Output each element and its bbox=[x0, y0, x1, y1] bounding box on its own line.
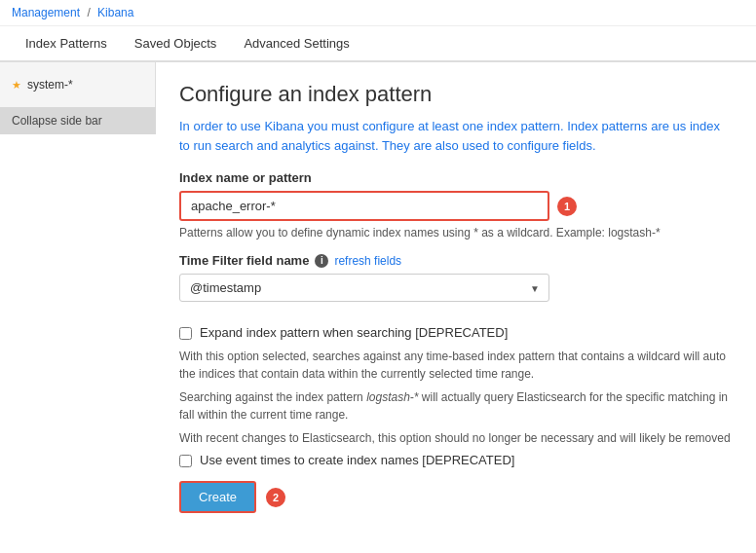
index-name-section: Index name or pattern 1 Patterns allow y… bbox=[179, 170, 733, 240]
nav-bar: Index Patterns Saved Objects Advanced Se… bbox=[0, 26, 756, 61]
time-filter-section: Time Filter field name i refresh fields … bbox=[179, 253, 733, 313]
create-button[interactable]: Create bbox=[179, 481, 256, 513]
refresh-fields-link[interactable]: refresh fields bbox=[334, 254, 401, 268]
nav-saved-objects[interactable]: Saved Objects bbox=[121, 26, 231, 60]
time-select-wrapper: @timestamp No date field ▼ bbox=[179, 274, 549, 302]
sidebar-item-system[interactable]: ★ system-* bbox=[0, 72, 155, 97]
event-times-row: Use event times to create index names [D… bbox=[179, 453, 733, 467]
description-3: With recent changes to Elasticsearch, th… bbox=[179, 429, 733, 447]
page-title: Configure an index pattern bbox=[179, 82, 733, 107]
breadcrumb: Management / Kibana bbox=[0, 0, 756, 26]
description-1: With this option selected, searches agai… bbox=[179, 348, 733, 383]
index-name-input[interactable] bbox=[179, 191, 549, 221]
breadcrumb-separator: / bbox=[87, 6, 90, 19]
nav-advanced-settings[interactable]: Advanced Settings bbox=[230, 26, 362, 60]
time-filter-select[interactable]: @timestamp No date field bbox=[179, 274, 549, 302]
sidebar-item-label: system-* bbox=[27, 78, 73, 92]
star-icon: ★ bbox=[12, 79, 21, 92]
step2-badge: 2 bbox=[266, 488, 285, 507]
create-row: Create 2 bbox=[179, 481, 733, 513]
collapse-sidebar-button[interactable]: Collapse side bar bbox=[0, 107, 156, 134]
event-times-checkbox[interactable] bbox=[179, 455, 192, 467]
index-hint-text: Patterns allow you to define dynamic ind… bbox=[179, 226, 733, 240]
info-icon[interactable]: i bbox=[315, 254, 328, 268]
intro-text: In order to use Kibana you must configur… bbox=[179, 117, 733, 155]
step1-badge: 1 bbox=[557, 197, 577, 216]
expand-pattern-checkbox[interactable] bbox=[179, 327, 192, 340]
breadcrumb-management[interactable]: Management bbox=[12, 6, 80, 19]
event-times-label: Use event times to create index names [D… bbox=[200, 453, 514, 467]
time-filter-label-text: Time Filter field name bbox=[179, 253, 309, 268]
index-name-label: Index name or pattern bbox=[179, 170, 733, 185]
expand-pattern-label: Expand index pattern when searching [DEP… bbox=[200, 325, 508, 340]
description-2: Searching against the index pattern logs… bbox=[179, 388, 733, 424]
main-content: Configure an index pattern In order to u… bbox=[156, 62, 756, 553]
nav-index-patterns[interactable]: Index Patterns bbox=[12, 26, 121, 60]
sidebar: ★ system-* bbox=[0, 62, 156, 107]
expand-pattern-row: Expand index pattern when searching [DEP… bbox=[179, 325, 733, 340]
breadcrumb-kibana[interactable]: Kibana bbox=[97, 6, 133, 19]
